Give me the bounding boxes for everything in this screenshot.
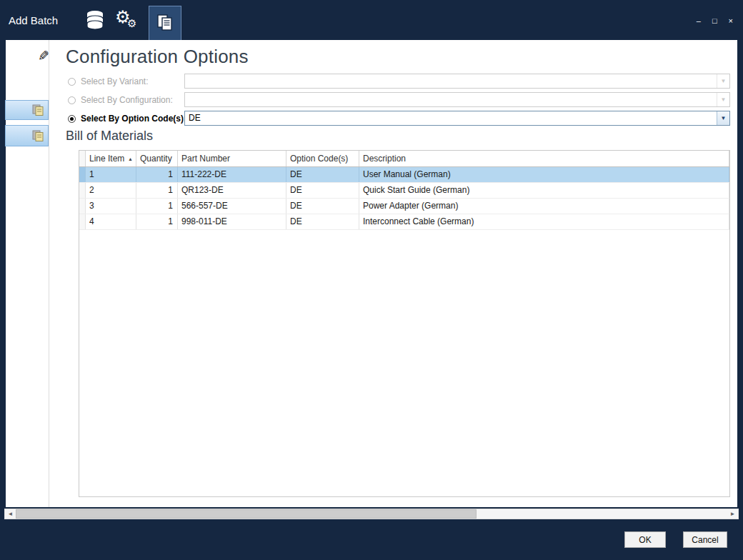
batch-documents-toolbar-button[interactable] [149, 6, 181, 41]
option-row-variant: Select By Variant: ▼ [68, 74, 730, 89]
cell-line-item: 3 [86, 199, 136, 214]
table-row[interactable]: 2 1 QR123-DE DE Quick Start Guide (Germa… [79, 183, 729, 199]
dropdown-button: ▼ [717, 74, 729, 88]
add-batch-window: { "window": { "title": "Add Batch" }, "i… [0, 0, 743, 560]
cell-option-codes: DE [286, 199, 359, 214]
column-header-line-item[interactable]: Line Item ▲ [86, 151, 136, 166]
batch-item-icon [32, 104, 44, 119]
radio-select-by-option-codes[interactable] [68, 115, 76, 123]
horizontal-scrollbar[interactable]: ◄ ► [4, 509, 739, 519]
cell-quantity: 1 [136, 167, 178, 182]
row-header-cell [79, 214, 86, 229]
database-icon [83, 8, 107, 35]
option-row-configuration: Select By Configuration: ▼ [68, 92, 730, 108]
edit-configuration-icon: ✎ [38, 48, 49, 64]
cancel-button[interactable]: Cancel [683, 531, 727, 548]
scrollbar-thumb[interactable] [16, 509, 477, 519]
table-row[interactable]: 1 1 111-222-DE DE User Manual (German) [79, 167, 729, 183]
cell-description: Interconnect Cable (German) [359, 214, 729, 229]
cell-part-number: 566-557-DE [178, 199, 286, 214]
cell-option-codes: DE [286, 214, 359, 229]
minimize-button[interactable]: – [697, 17, 701, 25]
batch-list-item[interactable] [5, 125, 49, 146]
cell-quantity: 1 [136, 199, 178, 214]
sidebar-divider [49, 40, 49, 507]
row-header-cell [79, 183, 86, 198]
scroll-right-button[interactable]: ► [727, 509, 738, 519]
maximize-button[interactable]: □ [712, 17, 717, 25]
copy-documents-icon [154, 12, 176, 36]
cell-quantity: 1 [136, 183, 178, 198]
chevron-down-icon: ▼ [721, 79, 727, 84]
dropdown-button[interactable]: ▼ [717, 111, 729, 125]
cell-line-item: 2 [86, 183, 136, 198]
table-row[interactable]: 3 1 566-557-DE DE Power Adapter (German) [79, 199, 729, 214]
chevron-down-icon: ▼ [721, 116, 727, 121]
column-header-option-codes[interactable]: Option Code(s) [286, 151, 359, 166]
window-controls: – □ × [697, 17, 733, 25]
bom-section-title: Bill of Materials [66, 129, 153, 144]
option-label-variant: Select By Variant: [81, 76, 149, 86]
variant-combobox: ▼ [184, 74, 730, 89]
option-label-option-codes: Select By Option Code(s): [81, 114, 186, 124]
page-title: Configuration Options [66, 46, 249, 68]
radio-select-by-configuration[interactable] [68, 96, 76, 104]
combo-value: DE [185, 111, 717, 125]
cell-line-item: 1 [86, 167, 136, 182]
cell-part-number: 998-011-DE [178, 214, 286, 229]
title-bar: Add Batch ⚙ ⚙ [0, 0, 743, 40]
cell-part-number: 111-222-DE [178, 167, 286, 182]
settings-toolbar-button[interactable]: ⚙ ⚙ [111, 5, 144, 38]
column-header-part-number[interactable]: Part Number [178, 151, 286, 166]
gears-icon: ⚙ ⚙ [115, 9, 141, 34]
ok-button[interactable]: OK [624, 531, 666, 548]
combo-value [185, 74, 717, 88]
column-header-quantity[interactable]: Quantity [136, 151, 178, 166]
cell-description: Quick Start Guide (German) [359, 183, 729, 198]
option-codes-combobox[interactable]: DE ▼ [184, 111, 730, 126]
scroll-left-button[interactable]: ◄ [5, 509, 16, 519]
bom-header-row: Line Item ▲ Quantity Part Number Option … [79, 151, 729, 167]
content-panel: ✎ Configuration Options Select By Varian… [6, 40, 737, 507]
chevron-down-icon: ▼ [721, 97, 727, 103]
sort-ascending-icon: ▲ [128, 156, 133, 161]
cell-line-item: 4 [86, 214, 136, 229]
cell-description: Power Adapter (German) [359, 199, 729, 214]
toolbar: ⚙ ⚙ [79, 3, 181, 40]
radio-select-by-variant[interactable] [68, 78, 76, 86]
table-row[interactable]: 4 1 998-011-DE DE Interconnect Cable (Ge… [79, 214, 729, 230]
bom-data-grid: Line Item ▲ Quantity Part Number Option … [79, 150, 730, 497]
batch-item-icon [32, 130, 44, 144]
batch-list-item[interactable] [5, 100, 49, 120]
close-button[interactable]: × [729, 17, 733, 25]
configuration-combobox: ▼ [184, 92, 730, 107]
window-title: Add Batch [9, 14, 58, 26]
cell-part-number: QR123-DE [178, 183, 286, 198]
option-label-configuration: Select By Configuration: [81, 95, 173, 105]
row-header-cell [79, 167, 86, 182]
cell-description: User Manual (German) [359, 167, 729, 182]
column-header-description[interactable]: Description [359, 151, 729, 166]
combo-value [185, 93, 717, 106]
row-header-cell [79, 199, 86, 214]
cell-quantity: 1 [136, 214, 178, 229]
option-row-option-codes: Select By Option Code(s): DE ▼ [68, 111, 730, 126]
row-header-column [79, 151, 86, 166]
database-toolbar-button[interactable] [79, 5, 111, 38]
cell-option-codes: DE [286, 167, 359, 182]
cell-option-codes: DE [286, 183, 359, 198]
dropdown-button: ▼ [717, 93, 729, 106]
